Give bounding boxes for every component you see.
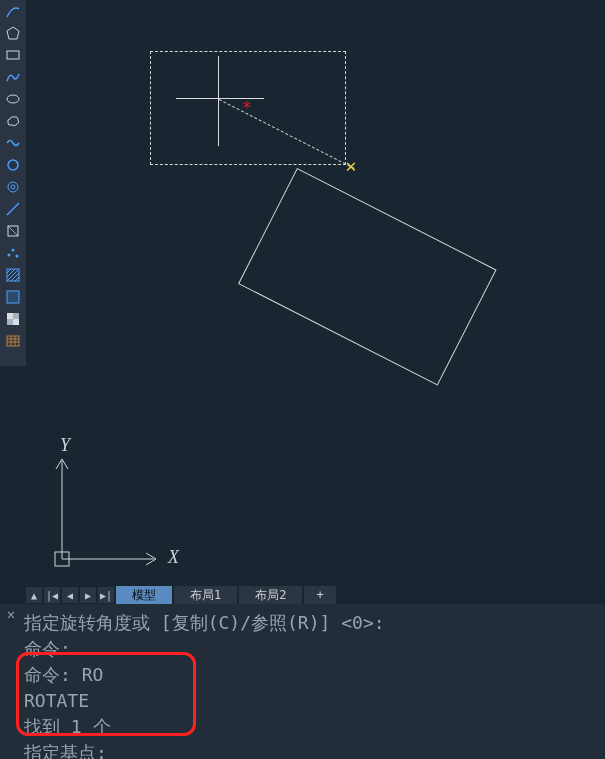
svg-line-13 xyxy=(7,269,11,273)
circle-tool[interactable] xyxy=(0,154,26,176)
tab-layout1[interactable]: 布局1 xyxy=(174,586,237,604)
close-icon[interactable]: ✕ xyxy=(2,605,20,623)
revcloud-tool[interactable] xyxy=(0,110,26,132)
svg-line-14 xyxy=(7,269,15,277)
svg-point-3 xyxy=(8,160,18,170)
spline-tool[interactable] xyxy=(0,66,26,88)
draw-toolbar xyxy=(0,0,26,366)
cmd-line-1: 指定旋转角度或 [复制(C)/参照(R)] <0>: xyxy=(24,612,385,633)
svg-point-5 xyxy=(11,185,15,189)
svg-point-2 xyxy=(7,95,19,103)
tab-layout2[interactable]: 布局2 xyxy=(239,586,302,604)
tab-add[interactable]: + xyxy=(304,586,335,604)
construction-line-tool[interactable] xyxy=(0,198,26,220)
crosshair-vertical xyxy=(218,56,219,146)
ucs-y-label: Y xyxy=(60,435,70,456)
hatch-tool[interactable] xyxy=(0,264,26,286)
tab-next-icon[interactable]: ▶ xyxy=(80,587,96,603)
layout-tabs: ▲ |◀ ◀ ▶ ▶| 模型 布局1 布局2 + xyxy=(26,586,605,604)
base-point-marker-icon: ✕ xyxy=(346,157,351,175)
rectangle-tool[interactable] xyxy=(0,44,26,66)
cmd-line-6: 指定基点: xyxy=(24,742,107,759)
point-tool[interactable] xyxy=(0,242,26,264)
region-tool[interactable] xyxy=(0,220,26,242)
svg-point-11 xyxy=(16,255,19,258)
svg-rect-22 xyxy=(7,336,19,346)
tab-prev-icon[interactable]: ◀ xyxy=(62,587,78,603)
svg-rect-20 xyxy=(7,313,13,319)
tab-model[interactable]: 模型 xyxy=(116,586,172,604)
svg-point-4 xyxy=(8,182,18,192)
annotation-highlight xyxy=(16,652,196,736)
svg-marker-0 xyxy=(7,27,19,39)
svg-line-17 xyxy=(15,277,19,281)
svg-rect-18 xyxy=(7,291,19,303)
wave-tool[interactable] xyxy=(0,132,26,154)
ucs-x-label: X xyxy=(168,547,179,568)
ucs-icon: Y X xyxy=(40,439,170,579)
svg-rect-1 xyxy=(7,51,19,59)
svg-point-9 xyxy=(8,254,11,257)
svg-line-16 xyxy=(11,273,19,281)
drawing-canvas[interactable]: * ✕ Y X xyxy=(26,0,605,585)
rotated-rectangle xyxy=(238,168,497,386)
fill-tool[interactable] xyxy=(0,308,26,330)
svg-line-8 xyxy=(8,226,18,236)
tab-up-icon[interactable]: ▲ xyxy=(26,587,42,603)
svg-point-10 xyxy=(12,249,15,252)
command-panel: ✕ 指定旋转角度或 [复制(C)/参照(R)] <0>: 命令: 命令: RO … xyxy=(0,604,605,759)
ellipse-tool[interactable] xyxy=(0,88,26,110)
gradient-tool[interactable] xyxy=(0,286,26,308)
tab-last-icon[interactable]: ▶| xyxy=(98,587,114,603)
tab-first-icon[interactable]: |◀ xyxy=(44,587,60,603)
donut-tool[interactable] xyxy=(0,176,26,198)
arc-tool[interactable] xyxy=(0,0,26,22)
table-tool[interactable] xyxy=(0,330,26,352)
svg-rect-21 xyxy=(13,319,19,325)
polygon-tool[interactable] xyxy=(0,22,26,44)
svg-line-6 xyxy=(7,203,19,215)
